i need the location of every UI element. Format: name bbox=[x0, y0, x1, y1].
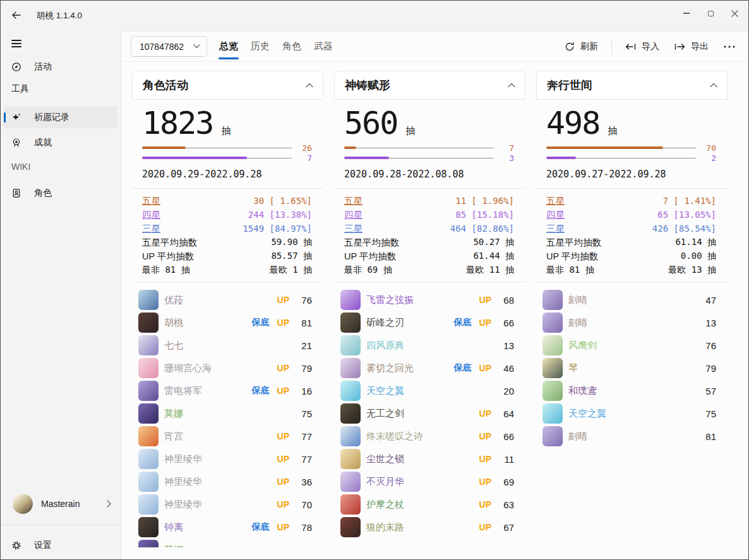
three-star-link[interactable]: 三星 bbox=[142, 223, 160, 235]
banner-expander-header[interactable]: 神铸赋形 bbox=[334, 71, 525, 100]
export-button[interactable]: 导出 bbox=[668, 37, 715, 56]
pity4-progress: 3 bbox=[344, 153, 514, 162]
up-badge: UP bbox=[479, 477, 491, 487]
more-button[interactable] bbox=[717, 42, 741, 52]
import-button[interactable]: 导入 bbox=[619, 37, 666, 56]
close-button[interactable] bbox=[722, 3, 746, 23]
back-button[interactable] bbox=[7, 6, 26, 25]
uid-selector[interactable]: 107847862 bbox=[131, 36, 207, 57]
sidebar-item-character[interactable]: 角色 bbox=[4, 182, 117, 204]
item-name: 天空之翼 bbox=[366, 385, 491, 397]
pull-count: 67 bbox=[499, 522, 514, 533]
up-badge: UP bbox=[479, 363, 491, 373]
list-item[interactable]: 胡桃 保底 UP 81 bbox=[132, 311, 323, 334]
list-item[interactable]: 四风原典 13 bbox=[334, 334, 525, 357]
tab-character[interactable]: 角色 bbox=[280, 32, 303, 61]
banner-expander-header[interactable]: 奔行世间 bbox=[536, 71, 728, 100]
banner-column-standard: 奔行世间 498 抽 70 2 2020.09.27-2022.09.28 五星… bbox=[536, 71, 728, 547]
compass-icon bbox=[11, 62, 21, 72]
item-name: 神里绫华 bbox=[164, 453, 270, 465]
sidebar-item-settings[interactable]: 设置 bbox=[4, 534, 117, 556]
pivot-tabs: 总览 历史 角色 武器 bbox=[217, 32, 335, 61]
total-pulls-unit: 抽 bbox=[221, 125, 231, 137]
list-item[interactable]: 飞雷之弦振 UP 68 bbox=[334, 289, 525, 311]
tab-history[interactable]: 历史 bbox=[249, 32, 272, 61]
list-item[interactable]: 珊瑚宫心海 UP 79 bbox=[132, 357, 323, 379]
item-avatar bbox=[542, 335, 563, 355]
list-item[interactable]: 天空之翼 20 bbox=[334, 379, 525, 402]
list-item[interactable]: 和璞鸢 57 bbox=[536, 379, 728, 402]
five-star-link[interactable]: 五星 bbox=[142, 195, 160, 207]
pull-count: 21 bbox=[297, 340, 312, 351]
list-item[interactable]: 优菈 UP 76 bbox=[132, 289, 323, 311]
tab-overview[interactable]: 总览 bbox=[217, 32, 240, 61]
banner-stats: 五星11 [ 1.96%] 四星85 [15.18%] 三星464 [82.86… bbox=[344, 194, 514, 277]
tab-weapon[interactable]: 武器 bbox=[312, 32, 335, 61]
banner-expander-header[interactable]: 角色活动 bbox=[132, 71, 323, 100]
banner-column-weapon-event: 神铸赋形 560 抽 7 3 2020.09.28-2022.08.08 五星1… bbox=[334, 71, 525, 547]
sidebar-item-achievements[interactable]: 成就 bbox=[4, 131, 117, 153]
list-item[interactable]: 钟离 保底 UP 78 bbox=[132, 516, 323, 539]
up-badge: UP bbox=[479, 295, 491, 305]
three-star-link[interactable]: 三星 bbox=[344, 223, 363, 235]
nav-menu-button[interactable] bbox=[9, 34, 31, 53]
pull-count: 77 bbox=[297, 545, 312, 548]
refresh-button[interactable]: 刷新 bbox=[558, 37, 604, 56]
list-item[interactable]: 护摩之杖 UP 63 bbox=[334, 493, 525, 516]
pity5-value: 70 bbox=[701, 143, 716, 153]
list-item[interactable]: 七七 21 bbox=[132, 334, 323, 357]
list-item[interactable]: 终末嗟叹之诗 UP 66 bbox=[334, 425, 525, 448]
pull-count: 75 bbox=[297, 408, 312, 419]
pull-count: 79 bbox=[297, 363, 312, 374]
pity4-track bbox=[546, 157, 696, 159]
list-item[interactable]: 宵宫 UP 77 bbox=[132, 425, 323, 448]
four-star-link[interactable]: 四星 bbox=[142, 209, 160, 221]
avg5-label: 五星平均抽数 bbox=[142, 237, 197, 249]
three-star-link[interactable]: 三星 bbox=[546, 223, 565, 235]
avg5-value: 61.14 抽 bbox=[675, 237, 716, 248]
sidebar-item-wish-log[interactable]: 祈愿记录 bbox=[4, 106, 117, 128]
list-item[interactable]: 雾切之回光 保底 UP 46 bbox=[334, 357, 525, 379]
avgup-label: UP 平均抽数 bbox=[344, 251, 396, 263]
list-item[interactable]: 神里绫华 UP 36 bbox=[132, 470, 323, 493]
item-name: 狼的末路 bbox=[366, 521, 472, 533]
maximize-button[interactable] bbox=[698, 3, 722, 23]
list-item[interactable]: 天空之翼 75 bbox=[536, 402, 728, 425]
list-item[interactable]: 不灭月华 UP 69 bbox=[334, 470, 525, 493]
list-item[interactable]: 莫娜 77 bbox=[132, 539, 323, 547]
close-icon bbox=[731, 10, 738, 17]
pull-count: 76 bbox=[297, 295, 312, 306]
up-badge: UP bbox=[479, 408, 491, 419]
list-item[interactable]: 刻晴 13 bbox=[536, 311, 728, 334]
four-star-link[interactable]: 四星 bbox=[344, 209, 363, 221]
date-range: 2020.09.29-2022.09.28 bbox=[142, 169, 313, 180]
list-item[interactable]: 刻晴 81 bbox=[536, 425, 728, 448]
list-item[interactable]: 刻晴 47 bbox=[536, 289, 728, 311]
uid-value: 107847862 bbox=[140, 42, 184, 52]
person-card-icon bbox=[11, 188, 21, 198]
four-star-link[interactable]: 四星 bbox=[546, 209, 565, 221]
five-star-item-list: 飞雷之弦振 UP 68 斫峰之刃 保底 UP 66 bbox=[334, 289, 525, 539]
five-star-link[interactable]: 五星 bbox=[344, 195, 363, 207]
list-item[interactable]: 斫峰之刃 保底 UP 66 bbox=[334, 311, 525, 334]
user-account-button[interactable]: Masterain bbox=[4, 491, 117, 516]
item-avatar bbox=[542, 358, 563, 378]
banner-column-character-event: 角色活动 1823 抽 26 7 2020.09.29-2022.09.28 五… bbox=[132, 71, 323, 547]
pity5-value: 26 bbox=[297, 143, 312, 153]
list-item[interactable]: 莫娜 75 bbox=[132, 402, 323, 425]
sparkle-icon bbox=[11, 112, 21, 122]
minimize-button[interactable] bbox=[674, 3, 698, 23]
list-item[interactable]: 狼的末路 UP 67 bbox=[334, 516, 525, 539]
list-item[interactable]: 神里绫华 UP 70 bbox=[132, 493, 323, 516]
back-arrow-icon bbox=[11, 10, 21, 20]
pull-count: 13 bbox=[499, 340, 514, 351]
list-item[interactable]: 尘世之锁 UP 11 bbox=[334, 448, 525, 470]
list-item[interactable]: 雷电将军 保底 UP 16 bbox=[132, 379, 323, 402]
five-star-link[interactable]: 五星 bbox=[546, 195, 565, 207]
list-item[interactable]: 琴 79 bbox=[536, 357, 728, 379]
item-name: 终末嗟叹之诗 bbox=[366, 431, 472, 443]
list-item[interactable]: 神里绫华 UP 77 bbox=[132, 448, 323, 470]
list-item[interactable]: 风鹰剑 76 bbox=[536, 334, 728, 357]
list-item[interactable]: 无工之剑 UP 64 bbox=[334, 402, 525, 425]
sidebar-item-activity[interactable]: 活动 bbox=[4, 56, 117, 78]
